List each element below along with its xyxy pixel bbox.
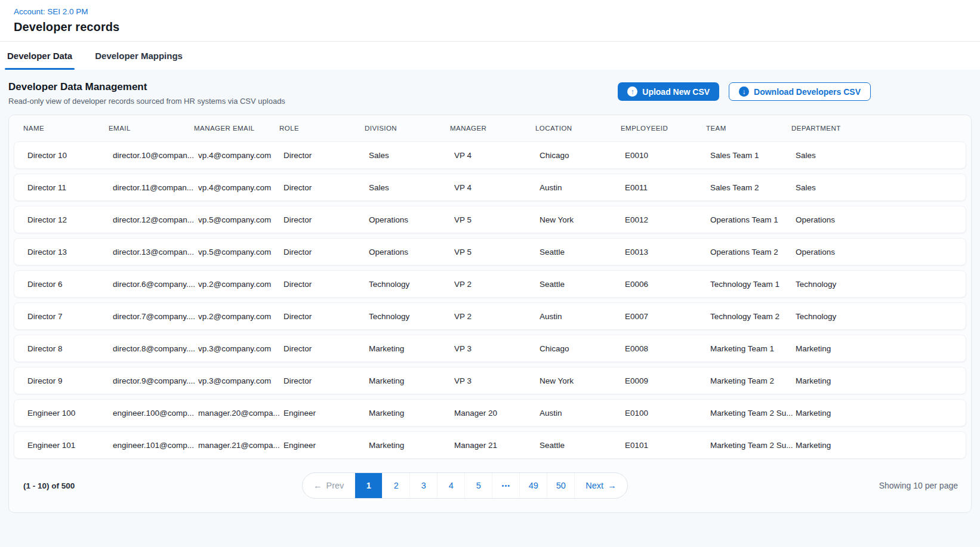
tab-developer-data[interactable]: Developer Data	[7, 42, 72, 70]
cell-manager: VP 5	[454, 248, 540, 256]
table-row: Director 7director.7@company....vp.2@com…	[14, 302, 966, 330]
column-header-name: NAME	[23, 125, 109, 132]
cell-name: Engineer 101	[27, 441, 113, 450]
cell-team: Technology Team 2	[710, 312, 796, 321]
cell-department: Marketing	[796, 441, 957, 450]
cell-email: director.9@company....	[113, 376, 198, 385]
cell-location: Austin	[540, 312, 625, 321]
pagination-page-3[interactable]: 3	[409, 473, 437, 498]
pagination-page-50[interactable]: 50	[547, 473, 574, 498]
download-circle-icon: ↓	[739, 86, 749, 97]
arrow-left-icon: ←	[313, 481, 322, 490]
cell-team: Marketing Team 2	[710, 376, 796, 385]
cell-role: Director	[283, 312, 369, 321]
column-header-team: TEAM	[706, 125, 791, 132]
cell-department: Marketing	[796, 344, 957, 353]
pagination: ←Prev12345•••4950Next→	[302, 472, 628, 499]
cell-location: New York	[540, 215, 625, 224]
download-developers-csv-button[interactable]: ↓ Download Developers CSV	[729, 82, 871, 101]
cell-email: director.8@company....	[113, 344, 198, 353]
per-page-text: Showing 10 per page	[879, 481, 958, 490]
table-footer: (1 - 10) of 500 ←Prev12345•••4950Next→ S…	[14, 459, 966, 512]
table-row: Director 9director.9@company....vp.3@com…	[14, 367, 966, 394]
cell-manager_email: manager.21@compa...	[198, 441, 283, 450]
next-label: Next	[585, 481, 603, 490]
cell-role: Director	[283, 183, 369, 192]
pagination-range-text: (1 - 10) of 500	[23, 481, 75, 490]
cell-team: Sales Team 1	[710, 151, 796, 160]
pagination-page-2[interactable]: 2	[382, 473, 409, 498]
cell-team: Operations Team 2	[710, 248, 796, 256]
column-header-division: DIVISION	[365, 125, 450, 132]
cell-name: Director 13	[27, 248, 113, 256]
page-title: Developer records	[14, 20, 966, 34]
cell-department: Sales	[796, 151, 957, 160]
table-row: Director 13director.13@compan...vp.5@com…	[14, 238, 966, 265]
upload-new-csv-button[interactable]: ↑ Upload New CSV	[618, 82, 719, 101]
cell-manager: Manager 21	[454, 441, 540, 450]
cell-location: Seattle	[540, 441, 625, 450]
cell-role: Director	[283, 248, 369, 256]
cell-location: Chicago	[540, 151, 625, 160]
cell-division: Sales	[369, 183, 454, 192]
cell-division: Technology	[369, 280, 454, 289]
page-header: Account: SEI 2.0 PM Developer records	[0, 0, 980, 42]
cell-email: director.10@compan...	[113, 151, 198, 160]
cell-department: Technology	[796, 312, 957, 321]
cell-department: Operations	[796, 215, 957, 224]
cell-manager: VP 4	[454, 183, 540, 192]
content-area: Developer Data Management Read-only view…	[0, 70, 980, 547]
cell-team: Marketing Team 2 Su...	[710, 409, 796, 418]
developer-table-card: NAMEEMAILMANAGER EMAILROLEDIVISIONMANAGE…	[8, 115, 972, 513]
cell-manager: VP 3	[454, 376, 540, 385]
column-header-location: LOCATION	[535, 125, 621, 132]
table-row: Engineer 101engineer.101@comp...manager.…	[14, 431, 966, 459]
cell-department: Technology	[796, 280, 957, 289]
cell-manager_email: manager.20@compa...	[198, 409, 283, 418]
download-button-label: Download Developers CSV	[754, 87, 861, 97]
cell-name: Director 6	[27, 280, 113, 289]
cell-department: Sales	[796, 183, 957, 192]
pagination-prev-button[interactable]: ←Prev	[303, 473, 355, 498]
cell-team: Marketing Team 2 Su...	[710, 441, 796, 450]
cell-location: Austin	[540, 409, 625, 418]
csv-actions: ↑ Upload New CSV ↓ Download Developers C…	[618, 82, 871, 101]
section-subtitle: Read-only view of developer records sour…	[8, 97, 285, 106]
cell-location: Seattle	[540, 248, 625, 256]
pagination-page-5[interactable]: 5	[464, 473, 492, 498]
cell-role: Director	[283, 280, 369, 289]
cell-division: Operations	[369, 248, 454, 256]
pagination-ellipsis[interactable]: •••	[492, 473, 519, 498]
cell-employeeid: E0006	[625, 280, 710, 289]
cell-manager_email: vp.2@company.com	[198, 280, 283, 289]
pagination-next-button[interactable]: Next→	[574, 473, 627, 498]
cell-email: director.7@company....	[113, 312, 198, 321]
pagination-page-49[interactable]: 49	[519, 473, 547, 498]
cell-manager: Manager 20	[454, 409, 540, 418]
cell-division: Sales	[369, 151, 454, 160]
cell-role: Engineer	[283, 441, 369, 450]
table-row: Engineer 100engineer.100@comp...manager.…	[14, 399, 966, 427]
cell-email: engineer.101@comp...	[113, 441, 198, 450]
cell-manager_email: vp.2@company.com	[198, 312, 283, 321]
upload-circle-icon: ↑	[627, 86, 637, 97]
cell-role: Director	[283, 376, 369, 385]
cell-team: Marketing Team 1	[710, 344, 796, 353]
cell-employeeid: E0010	[625, 151, 710, 160]
cell-manager_email: vp.3@company.com	[198, 344, 283, 353]
cell-manager: VP 4	[454, 151, 540, 160]
column-header-department: DEPARTMENT	[791, 125, 958, 132]
cell-employeeid: E0009	[625, 376, 710, 385]
cell-team: Sales Team 2	[710, 183, 796, 192]
cell-email: director.11@compan...	[113, 183, 198, 192]
account-breadcrumb-link[interactable]: Account: SEI 2.0 PM	[14, 7, 88, 16]
cell-department: Marketing	[796, 409, 957, 418]
cell-role: Director	[283, 344, 369, 353]
cell-division: Marketing	[369, 441, 454, 450]
table-row: Director 12director.12@compan...vp.5@com…	[14, 206, 966, 233]
pagination-page-4[interactable]: 4	[437, 473, 464, 498]
cell-manager_email: vp.5@company.com	[198, 215, 283, 224]
cell-role: Director	[283, 151, 369, 160]
tab-developer-mappings[interactable]: Developer Mappings	[95, 42, 183, 70]
pagination-page-1[interactable]: 1	[355, 473, 382, 498]
